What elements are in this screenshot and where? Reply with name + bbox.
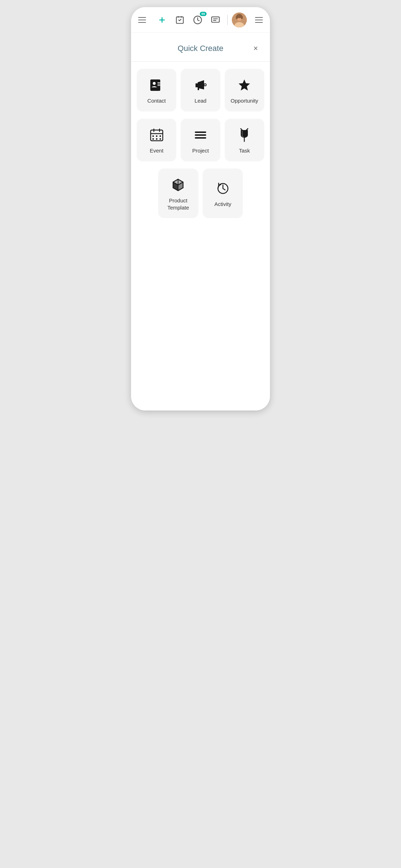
svg-marker-23 [239,79,250,91]
svg-rect-33 [160,138,161,140]
svg-line-38 [241,129,242,130]
left-menu-icon[interactable] [138,17,146,23]
svg-rect-6 [212,17,219,22]
svg-point-14 [236,16,238,19]
svg-rect-19 [157,82,160,83]
activity-badge: 99 [200,12,206,16]
chat-button[interactable] [208,12,223,27]
svg-rect-31 [152,138,154,140]
contact-label: Contact [147,97,166,104]
avatar-image [232,12,247,27]
panel-title: Quick Create [151,44,250,53]
quick-create-grid-row2: Event Project [131,119,270,169]
calendar-button[interactable] [172,12,187,27]
svg-rect-21 [157,85,160,86]
svg-rect-28 [152,135,154,137]
quick-create-panel: Quick Create × Contact [131,33,270,232]
product-template-item[interactable]: ProductTemplate [158,169,198,218]
task-icon [236,127,252,143]
product-template-label: ProductTemplate [167,197,189,211]
svg-rect-20 [157,84,160,84]
empty-area [131,232,270,410]
activity-clock-button[interactable]: 99 [190,12,205,27]
svg-point-15 [241,16,243,19]
activity-label: Activity [214,201,231,208]
plus-icon [157,15,167,25]
right-menu-icon[interactable] [255,17,263,23]
event-label: Event [150,147,163,154]
nav-center: 99 [155,12,247,27]
opportunity-item[interactable]: Opportunity [225,69,264,112]
top-nav: 99 [131,7,270,33]
svg-rect-29 [156,135,157,137]
event-icon [149,127,165,143]
nav-divider [227,15,228,25]
product-icon [170,177,186,193]
close-button[interactable]: × [250,43,261,54]
calendar-check-icon [175,15,184,25]
svg-rect-32 [156,138,157,140]
panel-header: Quick Create × [131,33,270,62]
lead-item[interactable]: Lead [181,69,220,112]
svg-line-39 [246,129,248,130]
nav-left [138,17,146,23]
event-item[interactable]: Event [137,119,176,161]
task-item[interactable]: Task [225,119,264,161]
activity-item[interactable]: Activity [203,169,243,218]
nav-right [255,17,263,23]
contact-item[interactable]: Contact [137,69,176,112]
lead-label: Lead [194,97,206,104]
chat-icon [211,15,220,25]
project-label: Project [192,147,209,154]
quick-create-grid-row1: Contact Lead Opportunity [131,62,270,119]
user-avatar[interactable] [232,12,247,27]
svg-rect-30 [160,135,161,137]
opportunity-label: Opportunity [231,97,259,104]
contact-icon [149,77,165,93]
clock-icon [193,15,202,25]
task-label: Task [239,147,250,154]
quick-create-grid-row3: ProductTemplate Activity [131,169,270,225]
quick-create-button[interactable] [155,12,170,27]
phone-container: 99 [131,7,270,410]
project-icon [193,127,208,143]
activity-icon [215,181,231,196]
opportunity-icon [236,77,252,93]
svg-point-22 [204,84,206,86]
lead-icon [193,77,208,93]
project-item[interactable]: Project [181,119,220,161]
svg-point-18 [153,82,156,85]
